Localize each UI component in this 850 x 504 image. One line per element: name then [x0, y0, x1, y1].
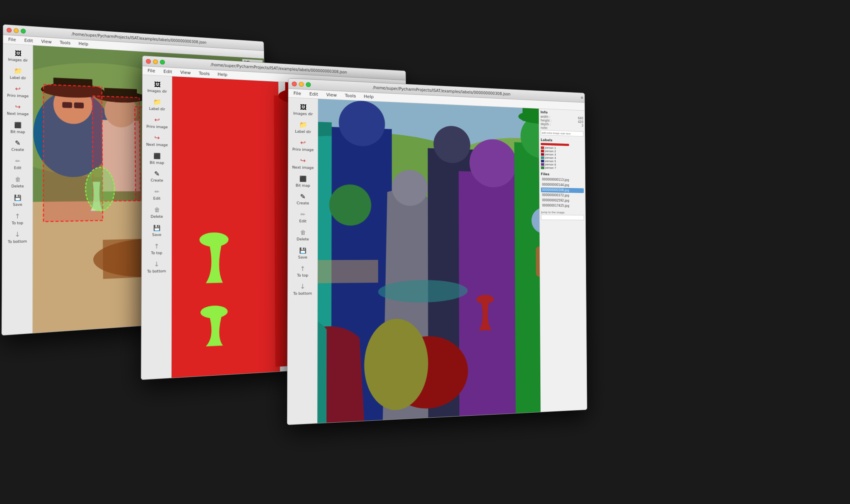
tobottom-icon-3 [298, 282, 308, 291]
sidebar-totop-3[interactable]: To top [289, 262, 316, 279]
menu-tools-1[interactable]: Tools [57, 39, 74, 47]
sidebar-edit-1[interactable]: Edit [4, 155, 31, 172]
sidebar-images-dir-1[interactable]: Images dir [5, 46, 31, 65]
file-item-5[interactable]: 000000017425.jpg [541, 203, 584, 208]
sidebar-create-1[interactable]: Create [4, 136, 31, 154]
menu-tools-2[interactable]: Tools [196, 70, 213, 77]
close-btn-3[interactable] [292, 81, 297, 86]
sidebar-edit-2[interactable]: Edit [143, 185, 170, 203]
labels-title: Labels [541, 138, 584, 143]
sidebar-delete-2[interactable]: Delete [143, 203, 170, 221]
menu-help-1[interactable]: Help [75, 40, 91, 47]
sidebar-next-1[interactable]: Next image [4, 100, 31, 118]
sidebar-tobottom-2[interactable]: To bottom [143, 258, 170, 276]
min-btn-1[interactable] [14, 28, 19, 33]
images-label-3: Images dir [293, 112, 313, 116]
sidebar-create-3[interactable]: Create [290, 190, 316, 208]
totop-icon-1 [12, 211, 22, 221]
label-entry-6: person 7 [541, 166, 584, 170]
label-slider[interactable] [541, 143, 569, 146]
menu-edit-3[interactable]: Edit [306, 91, 322, 98]
label-text-4: person 5 [545, 160, 556, 163]
close-btn-1[interactable] [7, 27, 12, 32]
sidebar-prior-2[interactable]: Priro image [144, 113, 170, 131]
menu-edit-1[interactable]: Edit [21, 37, 36, 45]
save-label-2: Save [152, 233, 161, 237]
sidebar-tobottom-1[interactable]: To bottom [4, 228, 31, 246]
file-item-3[interactable]: 000000000372.jpg [541, 193, 584, 198]
svg-rect-62 [523, 108, 541, 122]
tobottom-icon-2 [152, 259, 162, 269]
max-btn-3[interactable] [306, 82, 311, 87]
sidebar-totop-2[interactable]: To top [143, 240, 170, 257]
file-item-4[interactable]: 000000002592.jpg [541, 198, 584, 203]
sidebar-prior-1[interactable]: Priro image [4, 82, 31, 100]
close-btn-2[interactable] [146, 59, 151, 64]
delete-label-1: Delete [11, 185, 24, 189]
sidebar-label-dir-1[interactable]: Label dir [5, 64, 31, 82]
label-text-1: person 2 [545, 150, 556, 153]
totop-icon-2 [152, 241, 162, 251]
menu-file-3[interactable]: File [290, 90, 304, 97]
file-item-2[interactable]: 000000000308.jpg [541, 187, 584, 193]
label-text-5: person 6 [545, 163, 556, 166]
svg-rect-51 [317, 121, 332, 136]
bitmap-icon-3 [298, 174, 308, 183]
jump-input[interactable] [541, 215, 584, 220]
sidebar-label-dir-3[interactable]: Label dir [290, 118, 316, 136]
sidebar-tobottom-3[interactable]: To bottom [289, 280, 316, 298]
sidebar-save-1[interactable]: Save [4, 191, 31, 209]
sidebar-delete-1[interactable]: Delete [4, 173, 31, 191]
sidebar-bitmap-3[interactable]: Bit map [290, 172, 316, 190]
sidebar-delete-3[interactable]: Delete [289, 226, 316, 243]
tobottom-label-2: To bottom [147, 269, 166, 274]
sidebar-prior-3[interactable]: Priro image [290, 136, 316, 154]
menu-view-2[interactable]: View [177, 69, 194, 77]
sidebar-save-2[interactable]: Save [143, 222, 170, 239]
menu-view-3[interactable]: View [323, 91, 340, 99]
menu-view-1[interactable]: View [38, 38, 55, 45]
sidebar-1: Images dir Label dir Priro image Next im… [2, 44, 33, 335]
info-height-val: 420 [578, 120, 584, 124]
menu-file-1[interactable]: File [5, 36, 19, 44]
totop-icon-3 [298, 264, 308, 273]
jump-label: Jump to the image: [541, 211, 584, 214]
file-item-0[interactable]: 000000000113.jpg [541, 177, 584, 183]
sidebar-totop-1[interactable]: To top [4, 209, 31, 227]
bitmap-label-1: Bit map [10, 130, 25, 134]
max-btn-2[interactable] [160, 59, 165, 64]
menu-help-2[interactable]: Help [214, 71, 231, 78]
sidebar-images-dir-3[interactable]: Images dir [290, 100, 317, 118]
sidebar-next-3[interactable]: Next image [290, 154, 316, 171]
menu-tools-3[interactable]: Tools [342, 92, 359, 99]
min-btn-3[interactable] [299, 82, 304, 87]
totop-label-3: To top [297, 274, 308, 278]
label-text-2: person 3 [545, 153, 556, 156]
save-icon-3 [298, 246, 308, 255]
info-width-label: width : [541, 115, 550, 119]
file-item-1[interactable]: 000000000144.jpg [541, 182, 584, 188]
sidebar-create-2[interactable]: Create [143, 167, 170, 185]
max-btn-1[interactable] [21, 29, 26, 34]
menu-help-3[interactable]: Help [361, 93, 377, 100]
sidebar-images-dir-2[interactable]: Images dir [144, 77, 170, 96]
create-label-3: Create [297, 202, 309, 206]
canvas-area-3[interactable] [317, 99, 540, 423]
menu-file-2[interactable]: File [144, 67, 159, 74]
label-color-5 [541, 163, 544, 166]
sidebar-next-2[interactable]: Next image [144, 131, 170, 149]
create-icon-1 [13, 138, 23, 148]
sidebar-edit-3[interactable]: Edit [290, 208, 316, 225]
info-height-label: height : [541, 119, 551, 123]
menu-edit-2[interactable]: Edit [160, 68, 175, 75]
images-label-1: Images dir [8, 58, 28, 63]
labels-section: Labels person 1 person 2 person 3 p [541, 138, 584, 170]
label-text-0: person 1 [545, 146, 556, 150]
note-input[interactable] [541, 130, 584, 136]
sidebar-save-3[interactable]: Save [289, 244, 316, 261]
sidebar-label-dir-2[interactable]: Label dir [144, 95, 170, 113]
sidebar-bitmap-2[interactable]: Bit map [143, 149, 170, 167]
images-icon-1 [13, 48, 23, 58]
min-btn-2[interactable] [153, 59, 158, 64]
sidebar-bitmap-1[interactable]: Bit map [4, 118, 31, 136]
